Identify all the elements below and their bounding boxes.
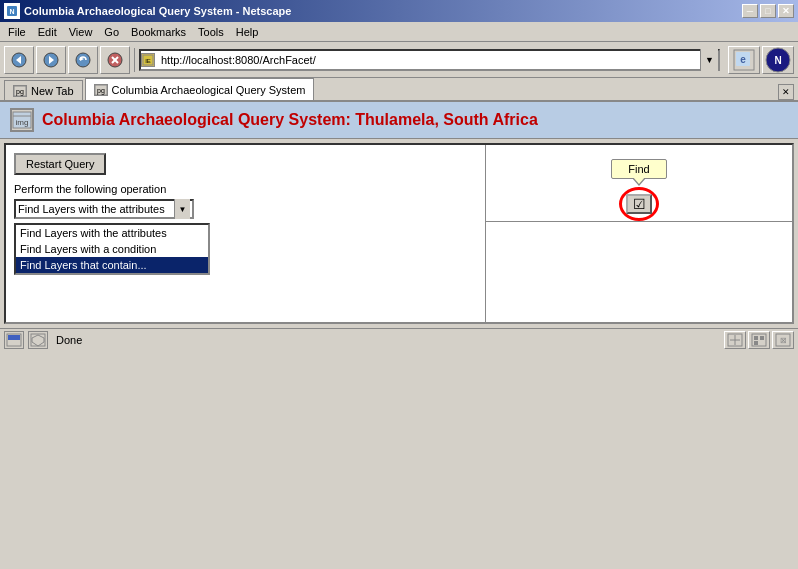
dropdown-item-0[interactable]: Find Layers with the attributes [16, 225, 208, 241]
svg-text:N: N [9, 8, 14, 15]
operation-select[interactable]: Find Layers with the attributes ▼ [14, 199, 194, 219]
svg-text:pg: pg [16, 88, 24, 96]
find-button[interactable]: ☑ [626, 194, 652, 214]
back-button[interactable] [4, 46, 34, 74]
menu-help[interactable]: Help [230, 24, 265, 40]
menu-tools[interactable]: Tools [192, 24, 230, 40]
new-tab[interactable]: pg New Tab [4, 80, 83, 100]
address-input[interactable]: http://localhost:8080/ArchFacet/ [159, 54, 700, 66]
active-tab[interactable]: pg Columbia Archaeological Query System [85, 78, 315, 100]
active-tab-icon: pg [94, 84, 108, 96]
reload-button[interactable] [68, 46, 98, 74]
forward-button[interactable] [36, 46, 66, 74]
tab-bar: pg New Tab pg Columbia Archaeological Qu… [0, 78, 798, 102]
window-controls: ─ □ ✕ [742, 4, 794, 18]
close-button[interactable]: ✕ [778, 4, 794, 18]
svg-text:e: e [740, 54, 746, 65]
menu-view[interactable]: View [63, 24, 99, 40]
svg-rect-35 [754, 341, 758, 345]
status-page-icon [4, 331, 24, 349]
status-right-area: ⊠ [724, 331, 794, 349]
svg-text:N: N [774, 55, 781, 66]
new-tab-icon: pg [13, 85, 27, 97]
svg-rect-34 [760, 336, 764, 340]
dropdown-item-2[interactable]: Find Layers that contain... [16, 257, 208, 273]
right-bottom-area [486, 222, 792, 322]
status-security-icon [28, 331, 48, 349]
right-top-area: Find ☑ [486, 145, 792, 222]
operation-dropdown-list[interactable]: Find Layers with the attributes Find Lay… [14, 223, 210, 275]
status-btn-1[interactable] [724, 331, 746, 349]
svg-rect-33 [754, 336, 758, 340]
right-panel: Find ☑ [486, 145, 792, 322]
address-icon: IE [141, 53, 155, 67]
operation-select-row: Find Layers with the attributes ▼ [14, 199, 477, 219]
svg-text:⊠: ⊠ [780, 336, 787, 345]
status-text: Done [52, 334, 720, 346]
menu-bar: File Edit View Go Bookmarks Tools Help [0, 22, 798, 42]
page-header: img Columbia Archaeological Query System… [0, 102, 798, 139]
left-panel: Restart Query Perform the following oper… [6, 145, 486, 322]
minimize-button[interactable]: ─ [742, 4, 758, 18]
svg-point-6 [76, 53, 90, 67]
browser-toolbar: IE http://localhost:8080/ArchFacet/ ▼ e … [0, 42, 798, 78]
page-body: Restart Query Perform the following oper… [4, 143, 794, 324]
title-bar: N Columbia Archaeological Query System -… [0, 0, 798, 22]
menu-go[interactable]: Go [98, 24, 125, 40]
svg-rect-27 [31, 334, 45, 346]
svg-rect-26 [8, 335, 20, 340]
menu-bookmarks[interactable]: Bookmarks [125, 24, 192, 40]
new-tab-label: New Tab [31, 85, 74, 97]
find-button-circle[interactable]: ☑ [619, 187, 659, 221]
maximize-button[interactable]: □ [760, 4, 776, 18]
toolbar-separator [134, 48, 135, 72]
app-icon: N [4, 3, 20, 19]
menu-file[interactable]: File [2, 24, 32, 40]
svg-text:pg: pg [97, 87, 105, 95]
tab-close-button[interactable]: ✕ [778, 84, 794, 100]
select-dropdown-button[interactable]: ▼ [174, 199, 190, 219]
restart-query-button[interactable]: Restart Query [14, 153, 106, 175]
window-title: Columbia Archaeological Query System - N… [24, 5, 742, 17]
status-btn-3[interactable]: ⊠ [772, 331, 794, 349]
page-header-icon: img [10, 108, 34, 132]
netscape-icon-btn[interactable]: N [762, 46, 794, 74]
svg-text:img: img [16, 118, 29, 127]
active-tab-label: Columbia Archaeological Query System [112, 84, 306, 96]
menu-edit[interactable]: Edit [32, 24, 63, 40]
operation-label: Perform the following operation [14, 183, 477, 195]
dropdown-item-1[interactable]: Find Layers with a condition [16, 241, 208, 257]
page-title: Columbia Archaeological Query System: Th… [42, 111, 538, 129]
svg-text:IE: IE [145, 58, 151, 64]
search-icon-btn[interactable]: e [728, 46, 760, 74]
status-btn-2[interactable] [748, 331, 770, 349]
find-checkmark-icon: ☑ [633, 196, 646, 212]
find-tooltip: Find [611, 159, 666, 179]
status-bar: Done ⊠ [0, 328, 798, 350]
address-dropdown-button[interactable]: ▼ [700, 49, 718, 71]
stop-button[interactable] [100, 46, 130, 74]
select-current-value: Find Layers with the attributes [18, 203, 165, 215]
